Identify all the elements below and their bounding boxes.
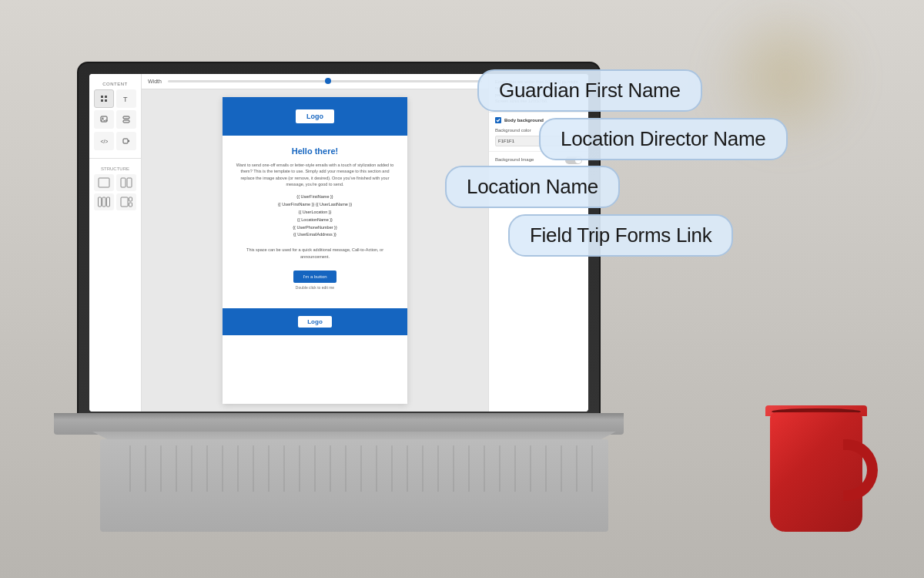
image-btn[interactable] bbox=[94, 110, 114, 129]
email-footer-logo: Logo bbox=[298, 316, 332, 328]
svg-text:T: T bbox=[123, 96, 128, 102]
svg-rect-14 bbox=[99, 197, 102, 207]
two-col-btn[interactable] bbox=[116, 174, 136, 191]
editor-main: Width Logo Hello there! Want t bbox=[142, 74, 488, 412]
email-body: Hello there! Want to send one-off emails… bbox=[223, 136, 407, 308]
svg-rect-7 bbox=[123, 116, 129, 119]
svg-text:</>: </> bbox=[101, 139, 109, 144]
editor-canvas[interactable]: Logo Hello there! Want to send one-off e… bbox=[142, 89, 488, 412]
mixed-col-btn[interactable] bbox=[116, 193, 136, 210]
rp-body-bg-label: Body background bbox=[504, 118, 544, 123]
email-greeting: Hello there! bbox=[233, 146, 397, 156]
svg-rect-19 bbox=[129, 203, 132, 207]
svg-rect-12 bbox=[121, 178, 126, 187]
laptop: CONTENT T bbox=[77, 62, 601, 563]
svg-rect-11 bbox=[99, 178, 109, 187]
svg-rect-0 bbox=[101, 96, 103, 98]
svg-rect-18 bbox=[129, 197, 132, 201]
svg-rect-16 bbox=[107, 197, 110, 207]
coffee-mug bbox=[755, 393, 878, 532]
elements-btn[interactable] bbox=[94, 89, 114, 108]
svg-rect-3 bbox=[105, 99, 107, 102]
laptop-keyboard bbox=[100, 439, 608, 532]
rp-bg-image-label: Background Image bbox=[495, 157, 534, 162]
email-header: Logo bbox=[223, 97, 407, 136]
svg-rect-5 bbox=[101, 116, 107, 122]
width-label: Width bbox=[148, 79, 162, 84]
mug-handle bbox=[843, 439, 878, 501]
text-btn[interactable]: T bbox=[116, 89, 136, 108]
email-cta-btn[interactable]: I'm a button bbox=[293, 271, 336, 283]
email-body-text: Want to send one-off emails or letter-st… bbox=[233, 162, 397, 187]
three-col-btn[interactable] bbox=[94, 193, 114, 210]
email-btn-sublabel: Double click to edit me bbox=[233, 285, 397, 290]
svg-rect-1 bbox=[105, 96, 107, 98]
annotation-location-name: Location Name bbox=[445, 166, 620, 208]
structure-label: STRUCTURE bbox=[89, 166, 141, 171]
code-btn[interactable]: </> bbox=[94, 132, 114, 150]
svg-rect-13 bbox=[127, 178, 132, 187]
email-footer: Logo bbox=[223, 308, 407, 335]
sidebar: CONTENT T bbox=[89, 74, 142, 412]
svg-point-6 bbox=[102, 118, 104, 119]
rp-checkbox[interactable] bbox=[495, 117, 501, 123]
editor-toolbar: Width bbox=[142, 74, 488, 89]
blocks-btn[interactable] bbox=[116, 110, 136, 129]
svg-rect-15 bbox=[102, 197, 105, 207]
svg-rect-10 bbox=[123, 139, 128, 143]
one-col-btn[interactable] bbox=[94, 174, 114, 191]
svg-rect-2 bbox=[101, 99, 103, 102]
email-template: Logo Hello there! Want to send one-off e… bbox=[223, 97, 407, 404]
email-cta-text: This space can be used for a quick addit… bbox=[233, 247, 397, 260]
annotation-location-director-name: Location Director Name bbox=[539, 118, 788, 160]
email-fields: {{ UserFirstName }} {{ UserFirstName }} … bbox=[233, 193, 397, 239]
svg-rect-8 bbox=[123, 120, 129, 123]
content-label: CONTENT bbox=[94, 82, 136, 86]
svg-rect-17 bbox=[121, 197, 128, 207]
video-btn[interactable] bbox=[116, 132, 136, 150]
email-logo: Logo bbox=[296, 109, 334, 123]
annotation-field-trip-forms-link: Field Trip Forms Link bbox=[508, 214, 733, 257]
laptop-base bbox=[54, 413, 624, 435]
annotation-guardian-first-name: Guardian First Name bbox=[477, 69, 702, 112]
